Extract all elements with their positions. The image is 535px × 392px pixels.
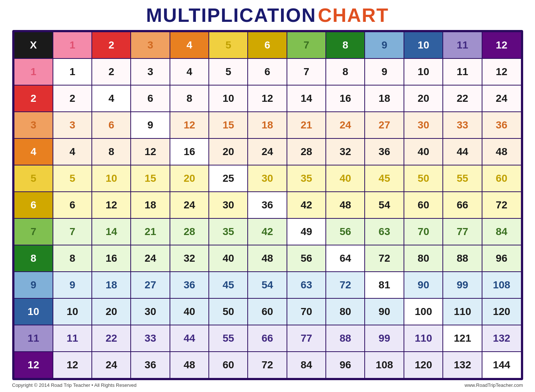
- cell-6x8: 48: [326, 192, 365, 218]
- cell-10x8: 80: [326, 298, 365, 325]
- cell-3x9: 27: [365, 112, 404, 138]
- cell-12x4: 48: [170, 352, 209, 378]
- cell-5x5: 25: [209, 165, 248, 192]
- cell-9x3: 27: [131, 272, 170, 298]
- page-wrapper: MULTIPLICATION CHART X123456789101112112…: [12, 4, 523, 388]
- cell-5x4: 20: [170, 165, 209, 192]
- cell-9x6: 54: [248, 272, 287, 298]
- cell-6x7: 42: [287, 192, 326, 218]
- cell-11x4: 44: [170, 325, 209, 352]
- title-area: MULTIPLICATION CHART: [12, 4, 523, 26]
- column-header-6: 6: [248, 32, 287, 58]
- cell-9x4: 36: [170, 272, 209, 298]
- column-header-7: 7: [287, 32, 326, 58]
- cell-3x3: 9: [131, 112, 170, 138]
- row-header-9: 9: [14, 272, 53, 298]
- cell-12x7: 84: [287, 352, 326, 378]
- cell-9x12: 108: [482, 272, 521, 298]
- cell-1x12: 12: [482, 58, 521, 85]
- cell-10x9: 90: [365, 298, 404, 325]
- cell-4x4: 16: [170, 138, 209, 165]
- cell-12x9: 108: [365, 352, 404, 378]
- cell-7x4: 28: [170, 218, 209, 245]
- cell-2x9: 18: [365, 85, 404, 112]
- cell-3x6: 18: [248, 112, 287, 138]
- multiplication-chart: X123456789101112112345678910111222468101…: [12, 30, 523, 380]
- cell-7x3: 21: [131, 218, 170, 245]
- cell-7x7: 49: [287, 218, 326, 245]
- cell-12x5: 60: [209, 352, 248, 378]
- cell-6x1: 6: [53, 192, 92, 218]
- cell-2x1: 2: [53, 85, 92, 112]
- cell-6x6: 36: [248, 192, 287, 218]
- cell-7x2: 14: [92, 218, 131, 245]
- column-header-3: 3: [131, 32, 170, 58]
- cell-5x7: 35: [287, 165, 326, 192]
- cell-8x9: 72: [365, 245, 404, 272]
- cell-10x5: 50: [209, 298, 248, 325]
- row-header-7: 7: [14, 218, 53, 245]
- row-header-4: 4: [14, 138, 53, 165]
- cell-4x1: 4: [53, 138, 92, 165]
- cell-3x2: 6: [92, 112, 131, 138]
- cell-11x3: 33: [131, 325, 170, 352]
- cell-1x4: 4: [170, 58, 209, 85]
- cell-2x6: 12: [248, 85, 287, 112]
- cell-10x1: 10: [53, 298, 92, 325]
- cell-8x4: 32: [170, 245, 209, 272]
- row-header-12: 12: [14, 352, 53, 378]
- cell-6x5: 30: [209, 192, 248, 218]
- cell-1x8: 8: [326, 58, 365, 85]
- cell-9x8: 72: [326, 272, 365, 298]
- row-header-11: 11: [14, 325, 53, 352]
- cell-1x5: 5: [209, 58, 248, 85]
- cell-3x7: 21: [287, 112, 326, 138]
- cell-4x9: 36: [365, 138, 404, 165]
- cell-6x2: 12: [92, 192, 131, 218]
- cell-10x12: 120: [482, 298, 521, 325]
- cell-5x9: 45: [365, 165, 404, 192]
- cell-11x1: 11: [53, 325, 92, 352]
- cell-11x10: 110: [404, 325, 443, 352]
- cell-11x11: 121: [443, 325, 482, 352]
- cell-5x11: 55: [443, 165, 482, 192]
- cell-4x6: 24: [248, 138, 287, 165]
- cell-5x3: 15: [131, 165, 170, 192]
- cell-5x12: 60: [482, 165, 521, 192]
- cell-1x9: 9: [365, 58, 404, 85]
- row-header-8: 8: [14, 245, 53, 272]
- cell-12x10: 120: [404, 352, 443, 378]
- cell-3x11: 33: [443, 112, 482, 138]
- cell-12x8: 96: [326, 352, 365, 378]
- cell-8x5: 40: [209, 245, 248, 272]
- cell-10x7: 70: [287, 298, 326, 325]
- cell-9x1: 9: [53, 272, 92, 298]
- cell-8x3: 24: [131, 245, 170, 272]
- cell-1x11: 11: [443, 58, 482, 85]
- cell-11x2: 22: [92, 325, 131, 352]
- cell-7x10: 70: [404, 218, 443, 245]
- cell-11x12: 132: [482, 325, 521, 352]
- cell-8x1: 8: [53, 245, 92, 272]
- cell-12x6: 72: [248, 352, 287, 378]
- column-header-X: X: [14, 32, 53, 58]
- column-header-2: 2: [92, 32, 131, 58]
- title-chart-text: CHART: [318, 4, 389, 26]
- cell-12x12: 144: [482, 352, 521, 378]
- cell-3x5: 15: [209, 112, 248, 138]
- cell-10x6: 60: [248, 298, 287, 325]
- cell-10x3: 30: [131, 298, 170, 325]
- column-header-8: 8: [326, 32, 365, 58]
- footer-left: Copyright © 2014 Road Trip Teacher • All…: [12, 382, 137, 388]
- cell-7x5: 35: [209, 218, 248, 245]
- cell-7x11: 77: [443, 218, 482, 245]
- cell-1x2: 2: [92, 58, 131, 85]
- cell-5x2: 10: [92, 165, 131, 192]
- row-header-1: 1: [14, 58, 53, 85]
- cell-1x7: 7: [287, 58, 326, 85]
- cell-3x10: 30: [404, 112, 443, 138]
- column-header-4: 4: [170, 32, 209, 58]
- cell-5x1: 5: [53, 165, 92, 192]
- cell-1x6: 6: [248, 58, 287, 85]
- cell-9x9: 81: [365, 272, 404, 298]
